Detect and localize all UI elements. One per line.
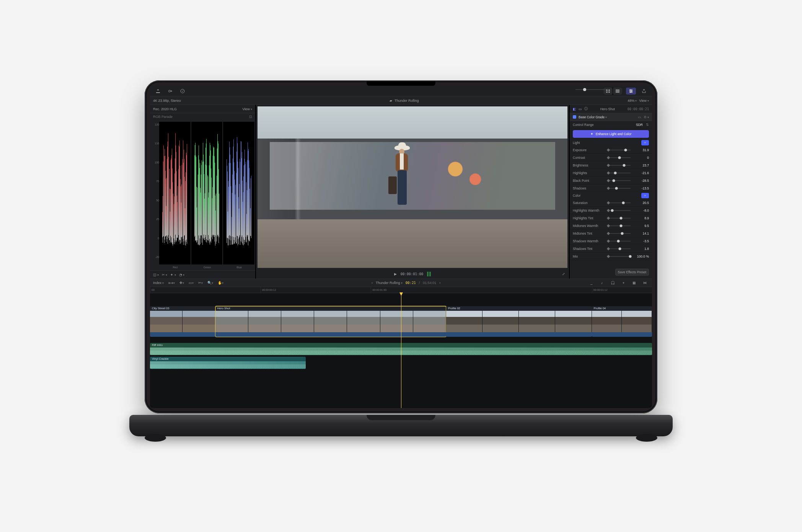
stepper-icon[interactable]: ⇅ — [646, 123, 649, 127]
inspector-tab-color-icon[interactable]: ◧ — [573, 107, 576, 111]
timeline-project-name[interactable]: Thunder Rolling — [376, 281, 403, 285]
tool-zoom[interactable]: 🔍 — [206, 279, 215, 286]
solo-button[interactable]: 🎧 — [608, 279, 617, 286]
snap-button[interactable]: ⌖ — [619, 279, 628, 286]
light-param-value[interactable]: 23.7 — [633, 163, 649, 167]
keyword-button[interactable] — [166, 88, 174, 95]
keyframe-toggle-icon[interactable]: ▭ — [638, 115, 641, 119]
timeline-tracks[interactable]: City Street 03Hero ShotProfile 02Profile… — [150, 293, 652, 408]
light-auto-button[interactable]: ✦ — [641, 140, 649, 145]
skimming-button[interactable]: ⎯ — [587, 279, 595, 286]
audio-clip[interactable]: Vinyl Crackle — [150, 357, 306, 369]
inspector-tab-info-icon[interactable]: ⓘ — [584, 107, 588, 111]
color-param-slider[interactable] — [608, 216, 631, 220]
fullscreen-button[interactable]: ⤢ — [562, 272, 565, 276]
light-param-label: Contrast — [573, 156, 606, 160]
light-param-slider[interactable] — [608, 148, 631, 152]
tool-range[interactable]: ▭ — [187, 279, 195, 286]
color-param-value[interactable]: 8.9 — [633, 216, 649, 220]
inspector-section-title[interactable]: Base Color Grade — [579, 115, 607, 119]
inspector-section-header[interactable]: Base Color Grade ▭ ⚙ — [570, 113, 652, 121]
share-button[interactable] — [640, 88, 648, 95]
workspace-layout-segmented[interactable] — [603, 88, 622, 95]
light-param-label: Highlights — [573, 171, 606, 175]
light-param-slider[interactable] — [608, 171, 631, 175]
transitions-button[interactable]: ⋈ — [641, 279, 649, 286]
timeline-index-button[interactable]: Index — [153, 281, 164, 285]
color-param-row-1: Highlights Warmth-8.0 — [570, 207, 652, 214]
timeline-next-edit[interactable]: › — [439, 281, 440, 285]
color-param-value[interactable]: 100.0 % — [633, 255, 649, 258]
timeline-zoom-slider[interactable] — [575, 87, 606, 92]
background-tasks-button[interactable] — [178, 88, 187, 95]
light-param-label: Black Point — [573, 179, 606, 183]
layout-list-icon[interactable] — [613, 88, 622, 95]
light-param-slider[interactable] — [608, 186, 631, 191]
viewer-view-dropdown[interactable]: View — [639, 99, 649, 103]
color-param-value[interactable]: 1.8 — [633, 247, 649, 251]
effect-enable-checkbox[interactable] — [573, 115, 576, 119]
import-button[interactable] — [154, 88, 162, 95]
color-param-value[interactable]: 20.5 — [633, 201, 649, 205]
viewer-canvas[interactable] — [258, 106, 567, 268]
color-param-value[interactable]: 14.1 — [633, 232, 649, 235]
light-param-slider[interactable] — [608, 178, 631, 183]
light-param-value[interactable]: 31.9 — [633, 148, 649, 152]
save-effects-preset-button[interactable]: Save Effects Preset — [615, 269, 649, 276]
tool-blade[interactable]: ✂ — [197, 279, 204, 286]
color-param-slider[interactable] — [608, 208, 631, 213]
color-param-value[interactable]: -8.0 — [633, 209, 649, 212]
color-param-slider[interactable] — [608, 254, 631, 259]
enhance-tool[interactable]: ✦ — [170, 273, 176, 277]
color-param-slider[interactable] — [608, 231, 631, 236]
timeline-prev-edit[interactable]: ‹ — [372, 281, 373, 285]
effect-options-icon[interactable]: ⚙ — [644, 115, 649, 119]
color-param-slider[interactable] — [608, 224, 631, 228]
svg-rect-2 — [606, 90, 608, 91]
light-param-value[interactable]: 0 — [633, 156, 649, 160]
color-param-slider[interactable] — [608, 201, 631, 205]
inspector-toggle-button[interactable] — [626, 88, 636, 95]
laptop-base — [129, 415, 673, 436]
color-param-slider[interactable] — [608, 246, 631, 251]
light-param-slider[interactable] — [608, 155, 631, 160]
scopes-view-dropdown[interactable]: View — [242, 107, 252, 111]
enhance-light-color-button[interactable]: ✦ Enhance Light and Color — [573, 130, 649, 138]
svg-rect-8 — [616, 92, 619, 93]
inspector-clip-duration: 00:00:00:21 — [628, 107, 649, 111]
tool-hand[interactable]: ✋ — [216, 279, 225, 286]
scopes-settings-icon[interactable]: ⊡ — [249, 115, 252, 119]
video-clip[interactable]: Profile 04 — [592, 306, 652, 337]
tool-trim[interactable]: ⟷ — [167, 279, 176, 286]
inspector-panel: ◧ ▭ ⓘ Hero Shot 00:00:00:21 Base Color G… — [570, 105, 652, 279]
effects-button[interactable]: ▦ — [630, 279, 638, 286]
svg-point-10 — [631, 90, 632, 91]
light-param-value[interactable]: -21.6 — [633, 171, 649, 175]
timeline-ruler[interactable]: 0000:00:00:1200:00:01:0000:00:01:12 — [150, 287, 652, 293]
video-clip[interactable]: Profile 02 — [446, 306, 592, 337]
wand-icon: ✦ — [590, 132, 593, 136]
crop-tool[interactable]: ✂ — [162, 273, 167, 277]
ruler-tick: 00 — [150, 287, 155, 293]
video-clip[interactable]: Hero Shot — [215, 306, 447, 337]
inspector-tab-video-icon[interactable]: ▭ — [579, 107, 582, 111]
video-clip[interactable]: City Street 03 — [150, 306, 215, 337]
transform-tool[interactable]: ◫ — [153, 273, 159, 277]
tool-position[interactable]: ✥ — [178, 279, 186, 286]
audio-skim-button[interactable]: ♪ — [598, 279, 606, 286]
playhead[interactable] — [401, 293, 401, 408]
light-param-slider[interactable] — [608, 163, 631, 168]
retime-tool[interactable]: ◔ — [179, 273, 184, 277]
clip-label: Vinyl Crackle — [150, 357, 306, 361]
light-param-value[interactable]: -28.5 — [633, 179, 649, 183]
play-button[interactable]: ▶ — [394, 272, 397, 276]
parade-label-red: Red — [159, 265, 191, 270]
light-param-row-2: Brightness23.7 — [570, 162, 652, 169]
color-param-slider[interactable] — [608, 239, 631, 243]
color-auto-button[interactable]: ✦ — [641, 193, 649, 198]
viewer-zoom-dropdown[interactable]: 48% — [628, 99, 637, 103]
color-param-value[interactable]: 9.5 — [633, 224, 649, 228]
color-param-value[interactable]: -3.5 — [633, 239, 649, 243]
control-range-value[interactable]: SDR — [636, 123, 643, 127]
light-param-value[interactable]: -13.5 — [633, 186, 649, 190]
